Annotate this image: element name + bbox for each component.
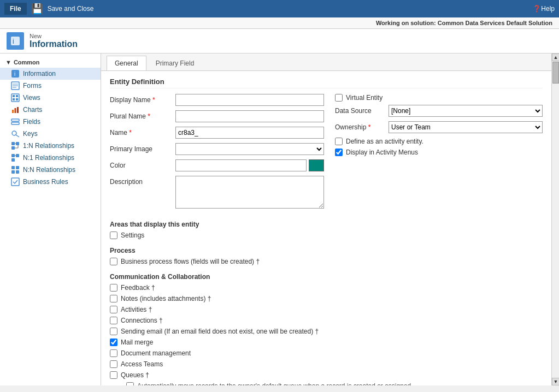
content-area: General Primary Field Entity Definition … [101, 54, 551, 385]
sidebar-item-keys[interactable]: Keys [0, 128, 101, 140]
data-source-row: Data Source [None] [335, 105, 543, 117]
auto-move-row: Automatically move records to the owner'… [126, 382, 543, 385]
sidebar-item-nn-relationships[interactable]: N:N Relationships [0, 164, 101, 176]
file-button[interactable]: File [4, 3, 27, 15]
tab-general[interactable]: General [107, 56, 146, 70]
sidebar-item-views[interactable]: Views [0, 92, 101, 104]
save-close-button[interactable]: Save and Close [48, 5, 94, 13]
sidebar-item-business-rules[interactable]: Business Rules [0, 176, 101, 188]
name-row: Name [110, 127, 324, 139]
sidebar-item-information[interactable]: i Information [0, 68, 101, 80]
notes-row: Notes (includes attachments) † [110, 295, 543, 302]
sidebar-section-common[interactable]: ▼ Common [0, 57, 101, 68]
connections-label: Connections † [121, 317, 163, 324]
sidebar-item-fields[interactable]: Fields [0, 116, 101, 128]
queues-checkbox[interactable] [110, 371, 117, 379]
n1-relationships-icon [11, 153, 20, 162]
mail-merge-checkbox[interactable] [110, 338, 117, 346]
feedback-checkbox[interactable] [110, 284, 117, 292]
help-button[interactable]: ❓Help [533, 5, 555, 13]
top-bar: File 💾 Save and Close ❓Help [0, 0, 559, 17]
sending-email-label: Sending email (If an email field does no… [121, 328, 319, 335]
svg-text:i: i [14, 71, 15, 77]
virtual-entity-checkbox[interactable] [335, 94, 343, 102]
scroll-down-arrow[interactable]: ▼ [552, 378, 559, 385]
form-right: Virtual Entity Data Source [None] Owners… [335, 94, 543, 213]
description-input[interactable] [175, 176, 324, 209]
svg-rect-15 [17, 107, 19, 113]
svg-rect-22 [11, 146, 15, 150]
activities-label: Activities † [121, 306, 152, 313]
page-header-icon: i [7, 32, 24, 50]
data-source-select[interactable]: [None] [389, 105, 543, 117]
color-label: Color [110, 162, 175, 169]
scroll-up-arrow[interactable]: ▲ [552, 54, 559, 61]
color-input[interactable] [175, 159, 307, 171]
page-header-new: New [30, 33, 78, 39]
sidebar-item-charts[interactable]: Charts [0, 104, 101, 116]
access-teams-label: Access Teams [121, 360, 163, 368]
comm-title: Communication & Collaboration [110, 273, 543, 281]
plural-name-input[interactable] [175, 110, 324, 122]
settings-row: Settings [110, 231, 543, 239]
settings-label: Settings [121, 231, 144, 239]
areas-title: Areas that display this entity [110, 221, 543, 228]
sidebar-item-forms[interactable]: Forms [0, 80, 101, 92]
svg-rect-30 [11, 166, 15, 169]
document-mgmt-label: Document management [121, 349, 191, 357]
section-entity-definition: Entity Definition [110, 78, 543, 88]
auto-move-label: Automatically move records to the owner'… [137, 382, 413, 385]
views-icon [11, 93, 20, 102]
ownership-select[interactable]: User or Team [389, 121, 543, 133]
display-activity-label: Display in Activity Menus [346, 149, 418, 156]
svg-rect-16 [11, 119, 19, 121]
business-process-label: Business process flows (fields will be c… [121, 258, 260, 265]
sending-email-checkbox[interactable] [110, 328, 117, 335]
keys-icon [11, 129, 20, 138]
comm-section: Communication & Collaboration Feedback †… [110, 273, 543, 385]
process-title: Process [110, 247, 543, 254]
info-icon: i [11, 69, 20, 78]
form-area: Entity Definition Display Name Plural Na… [101, 71, 551, 385]
save-icon[interactable]: 💾 [31, 3, 43, 15]
svg-rect-21 [16, 142, 19, 145]
notes-checkbox[interactable] [110, 295, 117, 302]
data-source-label: Data Source [335, 107, 384, 115]
svg-rect-33 [16, 170, 19, 174]
settings-checkbox[interactable] [110, 231, 117, 239]
svg-rect-12 [16, 98, 18, 100]
description-row: Description [110, 176, 324, 209]
svg-rect-17 [11, 122, 19, 124]
activities-row: Activities † [110, 306, 543, 313]
page-header: i New Information [0, 29, 559, 54]
primary-image-label: Primary Image [110, 145, 175, 153]
display-activity-row: Display in Activity Menus [335, 149, 543, 156]
svg-rect-14 [15, 108, 16, 113]
solution-bar: Working on solution: Common Data Service… [0, 17, 559, 29]
scrollbar-thumb[interactable] [552, 62, 559, 84]
display-name-input[interactable] [175, 94, 324, 106]
virtual-entity-label: Virtual Entity [346, 94, 383, 102]
svg-rect-34 [11, 178, 19, 186]
access-teams-checkbox[interactable] [110, 360, 117, 368]
display-name-label: Display Name [110, 96, 175, 104]
svg-text:i: i [13, 38, 14, 45]
name-input[interactable] [175, 127, 324, 139]
primary-image-select[interactable] [175, 143, 324, 155]
tab-primary-field[interactable]: Primary Field [148, 56, 203, 70]
sidebar-item-n1-relationships[interactable]: N:1 Relationships [0, 152, 101, 164]
business-process-checkbox[interactable] [110, 258, 117, 265]
svg-rect-28 [11, 158, 15, 162]
sidebar: ▼ Common i Information Forms Views Chart… [0, 54, 101, 385]
color-swatch[interactable] [309, 159, 324, 171]
define-activity-checkbox[interactable] [335, 138, 343, 145]
auto-move-checkbox[interactable] [126, 382, 134, 385]
connections-checkbox[interactable] [110, 317, 117, 324]
plural-name-label: Plural Name [110, 112, 175, 120]
document-mgmt-checkbox[interactable] [110, 349, 117, 357]
sending-email-row: Sending email (If an email field does no… [110, 328, 543, 335]
activities-checkbox[interactable] [110, 306, 117, 313]
svg-rect-10 [16, 95, 18, 97]
sidebar-item-1n-relationships[interactable]: 1:N Relationships [0, 140, 101, 152]
display-activity-checkbox[interactable] [335, 149, 343, 156]
